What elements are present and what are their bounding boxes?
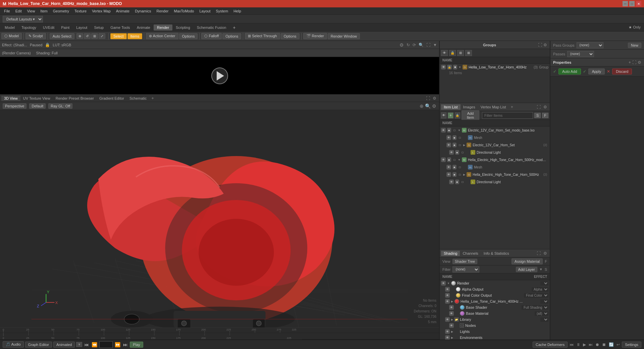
sh-eye-env[interactable]: 👁 <box>445 335 450 340</box>
audio-btn[interactable]: 🎵 Audio <box>3 341 24 348</box>
vp-zoom-icon[interactable]: 🔍 <box>425 103 431 109</box>
menu-help[interactable]: Help <box>231 8 244 14</box>
groups-settings-icon[interactable]: ⚙ <box>543 43 547 47</box>
sh-eye-library[interactable]: 👁 <box>445 317 450 322</box>
ir2-vis3[interactable]: □ <box>458 135 462 140</box>
ir4-eye[interactable]: 👁 <box>449 150 454 155</box>
sh-expand-env[interactable] <box>451 336 453 339</box>
groups-expand-icon[interactable]: ⛶ <box>538 43 542 47</box>
maximize-btn[interactable]: □ <box>629 1 635 6</box>
ir5-vis3[interactable]: □ <box>452 157 457 162</box>
sh-effect-final[interactable]: Final Color <box>524 293 548 298</box>
tab-schematic-fusion[interactable]: Schematic Fusion <box>194 24 229 31</box>
graph-editor-btn[interactable]: Graph Editor <box>25 342 52 348</box>
il-lock-icon[interactable]: 🔒 <box>455 112 460 118</box>
menu-edit[interactable]: Edit <box>13 8 24 14</box>
group-vis2-icon[interactable]: ■ <box>453 65 457 69</box>
pb-icon3[interactable]: ▶ <box>582 342 587 347</box>
cache-deformers-btn[interactable]: Cache Deformers <box>533 342 568 348</box>
passes-select[interactable]: (none) <box>567 51 594 57</box>
sh-row-nodes[interactable]: 👁 ⬡ Nodes <box>440 322 550 329</box>
ir1-vis3[interactable]: □ <box>452 128 457 133</box>
ir5-expand[interactable] <box>458 158 461 161</box>
close-btn[interactable]: ✕ <box>636 1 641 6</box>
ir3-eye[interactable]: 👁 <box>446 143 451 147</box>
sh-expand-render[interactable] <box>447 282 450 285</box>
tab-layout[interactable]: Layout <box>73 24 91 31</box>
minimize-btn[interactable]: ─ <box>623 1 628 6</box>
play-btn[interactable]: Play <box>130 342 143 348</box>
il-tab-item-list[interactable]: Item List <box>441 104 461 110</box>
render-zoom-icon[interactable]: 🔍 <box>419 43 424 47</box>
auto-add-btn[interactable]: Auto Add <box>558 68 581 74</box>
pb-icon2[interactable]: ⏸ <box>576 342 581 347</box>
items-btn[interactable]: Items <box>127 33 143 39</box>
filter-items-input[interactable] <box>482 112 533 119</box>
groups-icon3[interactable]: ⊞ <box>457 50 464 56</box>
il-tab-add[interactable]: + <box>508 104 515 110</box>
pass-groups-select[interactable]: (none) <box>577 42 603 48</box>
layout-dropdown[interactable]: Default Layouts ▾ <box>3 16 43 22</box>
ir8-vis2[interactable]: ■ <box>455 180 459 184</box>
il-add-icon[interactable]: + <box>448 112 453 118</box>
menu-animate[interactable]: Animate <box>113 8 132 14</box>
sh-filter-select[interactable]: (none) <box>452 266 479 272</box>
group-lock-icon[interactable]: 🔒 <box>447 65 452 69</box>
ir7-expand[interactable] <box>463 173 465 176</box>
ir6-vis3[interactable]: □ <box>458 165 462 169</box>
menu-dynamics[interactable]: Dynamics <box>132 8 154 14</box>
tab-game-tools[interactable]: Game Tools <box>107 24 133 31</box>
render-settings-icon[interactable]: ⚙ <box>399 42 404 48</box>
menu-texture[interactable]: Texture <box>72 8 89 14</box>
render-refresh-icon[interactable]: ↻ <box>407 43 410 47</box>
sh-tab-shading[interactable]: Shading <box>441 251 460 256</box>
ir8-vis3[interactable]: □ <box>461 180 465 184</box>
sh-eye-base-shader[interactable]: 👁 <box>449 305 454 310</box>
render-reset-icon[interactable]: ⟳ <box>413 43 416 47</box>
item-row-7[interactable]: 👁 ■ □ G Hella_Electric_High_Tone_Car_Hor… <box>440 171 550 178</box>
sh-eye-render[interactable]: 👁 <box>441 281 446 286</box>
transport-end-icon[interactable]: ⏭ <box>122 342 128 347</box>
tab-animate[interactable]: Animate <box>133 24 154 31</box>
menu-item[interactable]: Item <box>38 8 50 14</box>
sh-eye-lights[interactable]: 👁 <box>445 329 450 334</box>
time-input[interactable]: 0 <box>99 341 113 348</box>
filter-s-btn[interactable]: S <box>534 113 541 118</box>
item-row-3[interactable]: 👁 ■ □ G Electric_12V_Car_Horn_Set (2) <box>440 141 550 149</box>
ir1-vis2[interactable]: ■ <box>447 128 451 133</box>
tab-setup[interactable]: Setup <box>91 24 107 31</box>
ir7-vis3[interactable]: □ <box>458 172 462 177</box>
menu-layout[interactable]: Layout <box>197 8 213 14</box>
sh-row-alpha[interactable]: 👁 Alpha Output Alpha <box>440 286 550 292</box>
options-2-btn[interactable]: Options <box>222 33 241 39</box>
menu-geometry[interactable]: Geometry <box>50 8 72 14</box>
transport-prev-icon[interactable]: ⏪ <box>91 342 98 347</box>
filter-f-btn[interactable]: F <box>542 113 548 118</box>
vp-tab-uv[interactable]: UV Texture View <box>20 96 53 101</box>
shader-tree-btn[interactable]: Shader Tree <box>452 259 478 264</box>
vp-tab-add[interactable]: + <box>149 95 156 101</box>
sh-effect-alpha[interactable]: Alpha <box>532 287 548 292</box>
sh-row-final[interactable]: 👁 Final Color Output Final Color <box>440 292 550 298</box>
apply-btn[interactable]: Apply <box>588 68 605 74</box>
tab-topology[interactable]: Topology <box>18 24 40 31</box>
discard-btn[interactable]: Discard <box>612 68 632 74</box>
default-btn[interactable]: Default <box>29 103 46 109</box>
menu-file[interactable]: File <box>1 8 13 14</box>
animated-btn[interactable]: Animated <box>53 342 75 348</box>
vp-tab-gradient[interactable]: Gradient Editor <box>97 96 127 101</box>
pass-groups-new-btn[interactable]: New <box>628 43 641 48</box>
props-right-settings-icon[interactable]: ⚙ <box>638 60 641 65</box>
ir2-eye[interactable]: 👁 <box>446 135 451 140</box>
il-settings-icon[interactable]: ⚙ <box>542 105 548 109</box>
transform-btn[interactable]: ⤢ <box>99 33 105 39</box>
sculpt-btn[interactable]: ✎ Sculpt <box>25 33 46 39</box>
groups-icon4[interactable]: ⊠ <box>465 50 472 56</box>
rotate-btn[interactable]: ↺ <box>84 33 91 39</box>
ir1-eye[interactable]: 👁 <box>441 128 446 133</box>
menu-vertex-map[interactable]: Vertex Map <box>89 8 113 14</box>
render-expand-icon[interactable]: ⛶ <box>426 43 430 47</box>
sh-eye-base-mat[interactable]: 👁 <box>449 311 454 316</box>
tab-scripting[interactable]: Scripting <box>172 24 194 31</box>
sh-row-base-material[interactable]: 👁 Base Material (all) <box>440 310 550 316</box>
